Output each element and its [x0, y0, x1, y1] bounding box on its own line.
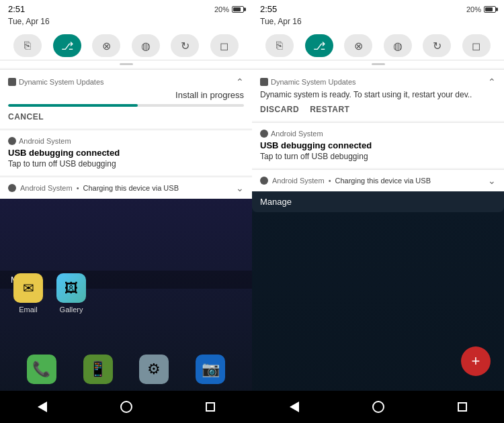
left-charging-notification[interactable]: Android System • Charging this device vi…	[0, 177, 252, 199]
phone-icon: ◻	[220, 40, 228, 52]
right-home-button[interactable]	[370, 399, 386, 415]
right-recent-button[interactable]	[454, 399, 470, 415]
recent-square-icon	[206, 402, 215, 412]
left-battery-text: 20%	[214, 5, 229, 13]
right-usb-title: USB debugging connected	[260, 140, 496, 150]
right-battery-icon	[484, 6, 496, 13]
right-dsu-chevron[interactable]: ⌃	[488, 77, 496, 87]
left-dsu-actions: CANCEL	[8, 112, 244, 122]
wifi-icon: ⎘	[24, 40, 31, 52]
left-charging-chevron[interactable]: ⌄	[236, 183, 244, 193]
right-dsu-actions: DISCARD RESTART	[260, 105, 496, 114]
left-dock-messages[interactable]: 📱	[83, 355, 113, 384]
left-dsu-notification[interactable]: Dynamic System Updates ⌃ Install in prog…	[0, 69, 252, 128]
right-charging-text: Charging this device via USB	[335, 177, 431, 185]
left-qs-rotate[interactable]: ↻	[171, 34, 199, 57]
left-dock-camera[interactable]: 📷	[196, 355, 225, 384]
email-icon: ✉	[13, 273, 43, 303]
right-usb-app-name: Android System	[260, 130, 323, 138]
right-charging-dot: •	[329, 177, 331, 185]
left-battery-icon	[232, 6, 244, 13]
left-progress-fill	[8, 104, 138, 107]
right-back-button[interactable]	[286, 399, 302, 415]
right-usb-header: Android System	[260, 130, 496, 138]
left-status-right: 20%	[214, 5, 244, 13]
left-qs-dnd[interactable]: ⊗	[92, 34, 120, 57]
right-scroll-indicator	[252, 60, 504, 68]
right-manage-label: Manage	[252, 191, 504, 212]
home-circle-icon	[120, 401, 132, 413]
right-usb-app-icon	[260, 130, 268, 138]
left-dsu-status: Install in progress	[8, 90, 244, 100]
right-bluetooth-icon: ⎇	[313, 40, 325, 52]
left-quick-settings: ⎘ ⎇ ⊗ ◍ ↻ ◻	[0, 29, 252, 60]
left-qs-wifi[interactable]: ⎘	[13, 34, 42, 57]
right-flashlight-icon: ◍	[393, 40, 403, 52]
right-qs-bluetooth[interactable]: ⎇	[305, 34, 333, 57]
right-qs-wifi[interactable]: ⎘	[265, 34, 294, 57]
right-usb-notification[interactable]: Android System USB debugging connected T…	[252, 122, 504, 168]
right-dsu-notification[interactable]: Dynamic System Updates ⌃ Dynamic system …	[252, 69, 504, 121]
right-discard-button[interactable]: DISCARD	[260, 105, 299, 114]
left-usb-app-name: Android System	[8, 137, 71, 145]
right-scroll-dot	[372, 63, 385, 65]
left-date-row: Tue, Apr 16	[0, 17, 252, 29]
right-phone-icon: ◻	[472, 40, 480, 52]
back-arrow-icon	[38, 402, 47, 412]
left-dock-phone[interactable]: 📞	[27, 355, 56, 384]
left-charging-dot: •	[77, 184, 79, 192]
right-charging-notification[interactable]: Android System • Charging this device vi…	[252, 169, 504, 191]
right-qs-flashlight[interactable]: ◍	[384, 34, 412, 57]
left-home-button[interactable]	[118, 399, 134, 415]
right-dsu-app-icon	[260, 78, 268, 86]
email-label: Email	[19, 306, 38, 314]
left-charging-text: Charging this device via USB	[83, 184, 179, 192]
right-date: Tue, Apr 16	[260, 17, 302, 26]
right-restart-button[interactable]: RESTART	[310, 105, 349, 114]
left-gallery-app[interactable]: 🖼 Gallery	[56, 273, 86, 314]
dnd-icon: ⊗	[102, 40, 111, 52]
right-status-bar: 2:55 20%	[252, 0, 504, 17]
right-date-row: Tue, Apr 16	[252, 17, 504, 29]
left-usb-notification[interactable]: Android System USB debugging connected T…	[0, 130, 252, 175]
flashlight-icon: ◍	[141, 40, 151, 52]
left-dsu-header: Dynamic System Updates ⌃	[8, 77, 244, 87]
left-qs-flashlight[interactable]: ◍	[132, 34, 160, 57]
right-battery-fill	[485, 7, 493, 11]
left-qs-phone[interactable]: ◻	[210, 34, 239, 57]
right-quick-settings: ⎘ ⎇ ⊗ ◍ ↻ ◻	[252, 29, 504, 60]
left-dock-settings[interactable]: ⚙	[139, 355, 169, 384]
right-charging-chevron[interactable]: ⌄	[488, 175, 496, 186]
rotate-icon: ↻	[181, 40, 190, 52]
right-qs-dnd[interactable]: ⊗	[344, 34, 372, 57]
left-usb-app-label: Android System	[19, 137, 71, 145]
left-usb-header: Android System	[8, 137, 244, 145]
left-usb-text: Tap to turn off USB debugging	[8, 159, 244, 169]
left-qs-bluetooth[interactable]: ⎇	[53, 34, 81, 57]
left-usb-title: USB debugging connected	[8, 148, 244, 158]
left-recent-button[interactable]	[202, 399, 218, 415]
charging-app-icon	[8, 184, 16, 192]
left-notification-shade: 2:51 20% Tue, Apr 16 ⎘ ⎇ ⊗ ◍	[0, 0, 252, 199]
left-cancel-button[interactable]: CANCEL	[8, 112, 44, 122]
usb-app-icon	[8, 137, 16, 145]
right-fab-button[interactable]: +	[461, 346, 491, 376]
left-nav-bar	[0, 391, 252, 423]
right-dsu-header: Dynamic System Updates ⌃	[260, 77, 496, 87]
right-qs-rotate[interactable]: ↻	[423, 34, 451, 57]
left-back-button[interactable]	[34, 399, 50, 415]
left-dsu-chevron[interactable]: ⌃	[236, 77, 244, 87]
right-usb-text: Tap to turn off USB debugging	[260, 152, 496, 161]
right-battery-text: 20%	[466, 5, 481, 13]
left-battery-fill	[233, 7, 241, 11]
left-date: Tue, Apr 16	[8, 17, 50, 26]
right-dnd-icon: ⊗	[354, 40, 363, 52]
right-phone-screen: 2:55 20% Tue, Apr 16 ⎘ ⎇ ⊗ ◍	[252, 0, 504, 423]
bluetooth-icon: ⎇	[61, 40, 73, 52]
left-email-app[interactable]: ✉ Email	[13, 273, 43, 314]
left-dsu-app-label: Dynamic System Updates	[19, 78, 104, 86]
right-qs-phone[interactable]: ◻	[462, 34, 491, 57]
right-charging-icon	[260, 177, 268, 185]
right-usb-app-label: Android System	[271, 130, 323, 138]
right-dsu-text: Dynamic system is ready. To start using …	[260, 90, 496, 99]
